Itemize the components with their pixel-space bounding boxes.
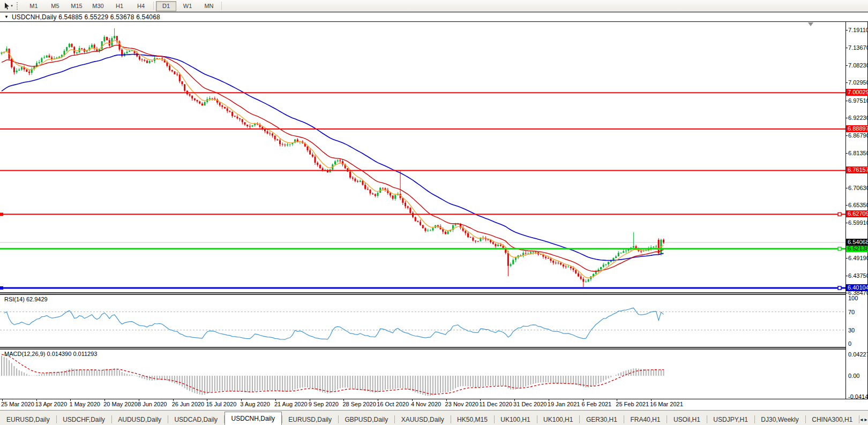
time-axis-label: 9 Sep 2020 [309,401,339,407]
chart-tabs-bar: EURUSD,DailyUSDCHF,DailyAUDUSD,DailyUSDC… [0,410,868,425]
chart-titlebar: ▼ USDCNH,Daily 6.54885 6.55229 6.53678 6… [0,12,868,22]
timeframe-button-d1[interactable]: D1 [156,1,176,11]
tab-dj30-weekly[interactable]: DJ30,Weekly [754,414,805,425]
tab-eurusd-daily[interactable]: EURUSD,Daily [282,414,338,425]
time-axis-label: 15 Jul 2020 [206,401,236,407]
tab-fra40-h1[interactable]: FRA40,H1 [624,414,667,425]
timeframe-button-h4[interactable]: H4 [131,1,151,11]
time-axis-label: 21 Aug 2020 [274,401,308,407]
toolbar-divider [153,2,154,10]
time-axis-label: 26 Jun 2020 [172,401,205,407]
toolbar-divider [221,2,222,10]
tabs-scroll-left-button[interactable]: ◂ [859,414,864,425]
time-axis-label: 31 Dec 2020 [513,401,547,407]
price-axis-tick: 7.08230 [848,62,868,69]
time-axis-label: 16 Mar 2021 [650,401,683,407]
price-axis-tick: 6.49190 [848,255,868,261]
macd-axis-tick: -0.04148 [848,393,868,400]
tab-uk100-h1[interactable]: UK100,H1 [494,414,536,425]
macd-axis-tick: 0.00 [848,373,859,379]
time-axis-label: 25 Feb 2021 [616,401,649,407]
time-axis-label: 4 Nov 2020 [411,401,441,407]
dropdown-caret-icon: ▾ [11,4,13,8]
mt4-terminal: ▾ M1M5M15M30H1H4D1W1MN ▼ USDCNH,Daily 6.… [0,0,868,425]
hline-price-tag: 6.62709 [846,210,868,217]
price-axis-tick: 6.86790 [848,132,868,139]
rsi-axis-tick: 30 [848,327,855,333]
tab-ger30-h1[interactable]: GER30,H1 [580,414,624,425]
time-axis[interactable]: 25 Mar 202013 Apr 20201 May 202020 May 2… [0,399,868,410]
time-axis-label: 13 Apr 2020 [35,401,67,407]
macd-indicator-pane[interactable] [0,350,845,399]
price-chart-pane[interactable] [0,22,845,292]
timeframe-button-h1[interactable]: H1 [109,1,130,11]
macd-axis-tick: 0.042275 [848,351,868,358]
price-axis-tick: 6.43750 [848,272,868,279]
hline-price-tag: 6.52138 [846,245,868,252]
time-axis-label: 19 Jan 2021 [548,401,580,407]
timeframe-button-m1[interactable]: M1 [24,1,44,11]
tab-usdchf-daily[interactable]: USDCHF,Daily [56,414,111,425]
rsi-axis-tick: 100 [848,295,858,301]
tab-usdjpy-h1[interactable]: USDJPY,H1 [707,414,754,425]
time-axis-label: 20 May 2020 [103,401,138,407]
rsi-axis-tick: 0 [848,340,851,347]
tab-eurusd-daily[interactable]: EURUSD,Daily [0,414,56,425]
time-axis-label: 23 Nov 2020 [445,401,478,407]
cursor-tool-button[interactable]: ▾ [1,1,15,11]
tabs-scroll-right-button[interactable]: ▸ [864,414,868,425]
tab-china300-h1[interactable]: CHINA300,H1 [805,414,859,425]
toolbar-grip[interactable] [17,2,20,10]
price-axis-tick: 6.70630 [848,185,868,191]
price-axis-tick: 6.81350 [848,150,868,156]
top-toolbar: ▾ M1M5M15M30H1H4D1W1MN [0,0,868,12]
time-axis-label: 16 Oct 2020 [377,401,409,407]
price-axis-tick: 6.97510 [848,97,868,104]
tab-uk100-h1[interactable]: UK100,H1 [537,414,579,425]
macd-label: MACD(12,26,9) 0.014390 0.011293 [4,351,97,357]
time-axis-label: 11 Dec 2020 [479,401,512,407]
rsi-axis-tick: 70 [848,309,855,315]
tab-usdcad-daily[interactable]: USDCAD,Daily [168,414,224,425]
timeframe-button-w1[interactable]: W1 [177,1,198,11]
price-axis-tick: 7.02950 [848,79,868,86]
price-axis-tick: 6.59910 [848,219,868,226]
timeframe-button-m15[interactable]: M15 [66,1,87,11]
price-axis-tick: 6.92230 [848,115,868,121]
timeframe-button-m5[interactable]: M5 [45,1,65,11]
tab-usdcnh-daily[interactable]: USDCNH,Daily [225,412,282,425]
tab-xauusd-daily[interactable]: XAUUSD,Daily [395,414,451,425]
timeframe-toolbar: M1M5M15M30H1H4D1W1MN [23,1,223,11]
time-axis-label: 1 May 2020 [69,401,100,407]
hline-price-tag: 6.88897 [846,125,868,132]
tab-hk50-m15[interactable]: HK50,M15 [451,414,494,425]
timeframe-button-m30[interactable]: M30 [88,1,108,11]
time-axis-label: 28 Sep 2020 [342,401,376,407]
current-price-tag: 6.54068 [846,239,868,246]
tab-audusd-daily[interactable]: AUDUSD,Daily [111,414,168,425]
rsi-indicator-pane[interactable] [0,295,845,347]
hline-price-tag: 6.76157 [846,166,868,173]
time-axis-label: 3 Aug 2020 [240,401,270,407]
price-axis-tick: 7.19110 [848,27,868,33]
tab-gbpusd-daily[interactable]: GBPUSD,Daily [339,414,395,425]
tab-usoil-h1[interactable]: USOil,H1 [667,414,707,425]
time-axis-label: 6 Feb 2021 [582,401,612,407]
collapse-triangle-icon[interactable]: ▼ [4,14,9,19]
chart-shift-marker [808,22,813,26]
price-axis-tick: 7.13670 [848,44,868,51]
time-axis-label: 25 Mar 2020 [1,401,34,407]
cursor-icon [3,2,10,10]
timeframe-button-mn[interactable]: MN [199,1,219,11]
hline-price-tag: 7.00029 [846,89,868,96]
rsi-label: RSI(14) 62.9429 [4,296,48,302]
hline-price-tag: 6.40104 [846,284,868,291]
chart-title: USDCNH,Daily 6.54885 6.55229 6.53678 6.5… [12,13,160,21]
price-axis-tick: 6.65350 [848,202,868,208]
time-axis-label: 8 Jun 2020 [138,401,167,407]
